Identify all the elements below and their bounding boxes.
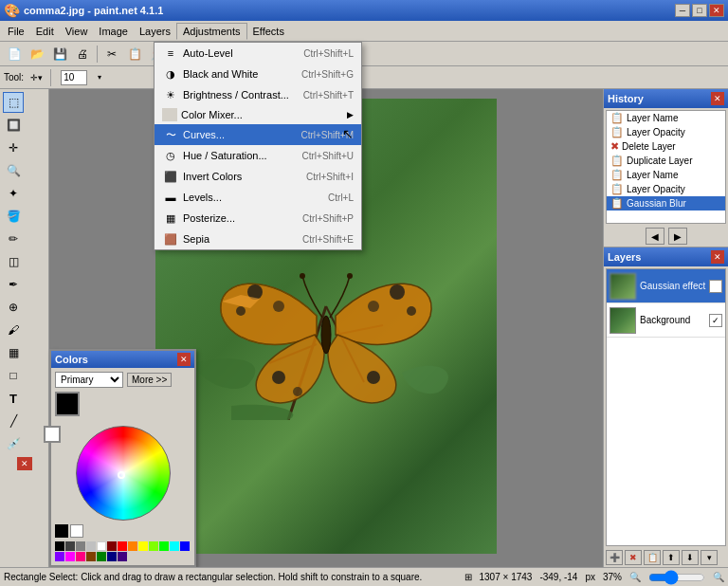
palette-brown[interactable] [86,552,96,561]
color-wheel[interactable] [76,426,171,521]
palette-indigo[interactable] [118,552,127,561]
palette-yellow[interactable] [138,541,148,551]
menu-auto-level[interactable]: ≡ Auto-Level Ctrl+Shift+L [155,43,361,64]
history-item[interactable]: ✖ Delete Layer [607,139,725,154]
save-button[interactable]: 💾 [49,44,70,64]
palette-green[interactable] [159,541,169,551]
palette-magenta[interactable] [65,552,75,561]
color-mode-select[interactable]: Primary Secondary [55,372,123,388]
shapes-tool[interactable]: □ [3,365,24,386]
menu-color-mixer[interactable]: Color Mixer... ▶ [155,105,361,124]
history-item[interactable]: 📋 Duplicate Layer [607,154,725,168]
print-button[interactable]: 🖨 [72,44,93,64]
add-layer-button[interactable]: ➕ [606,550,623,565]
size-input[interactable]: 10 [61,70,87,85]
delete-layer-button[interactable]: ✖ [625,550,642,565]
menu-layers[interactable]: Layers [134,24,176,39]
palette-darkred[interactable] [107,541,117,551]
history-close-button[interactable]: ✕ [711,92,724,105]
palette-red[interactable] [118,541,127,551]
mode-button[interactable]: ✛▾ [26,67,46,88]
select-rect-tool[interactable]: ⬚ [3,92,24,113]
history-item[interactable]: 📋 Layer Name [607,168,725,182]
zoom-out-icon[interactable]: 🔍 [629,572,641,582]
move-tool[interactable]: ✛ [3,137,24,158]
palette-white[interactable] [97,541,106,551]
move-layer-up-button[interactable]: ⬆ [663,550,680,565]
primary-color-swatch[interactable] [55,392,80,416]
palette-pink[interactable] [76,552,85,561]
menu-effects[interactable]: Effects [247,24,290,39]
pencil-tool[interactable]: ✒ [3,274,24,295]
recolor-tool[interactable]: 🖌 [3,320,24,340]
close-button[interactable]: ✕ [709,4,724,17]
menu-file[interactable]: File [2,24,30,39]
colors-close-button[interactable]: ✕ [177,353,191,366]
menu-view[interactable]: View [60,24,94,39]
eraser-tool[interactable]: ◫ [3,251,24,272]
move-layer-down-button[interactable]: ⬇ [682,550,699,565]
menu-black-white[interactable]: ◑ Black and White Ctrl+Shift+G [155,64,361,84]
menu-posterize[interactable]: ▦ Posterize... Ctrl+Shift+P [155,208,361,229]
history-item[interactable]: 📋 Layer Name [607,111,725,125]
select-lasso-tool[interactable]: 🔲 [3,115,24,136]
layers-list[interactable]: Gaussian effect ✓ Background ✓ [606,268,726,546]
text-tool[interactable]: T [3,388,24,409]
palette-dkgreen[interactable] [97,552,106,561]
open-button[interactable]: 📂 [27,44,47,64]
palette-dgray[interactable] [65,541,75,551]
paint-bucket-tool[interactable]: 🪣 [3,206,24,227]
layer-properties-button[interactable]: ▾ [701,550,718,565]
tools-close-button[interactable]: ✕ [17,457,32,470]
layer-item-gaussian[interactable]: Gaussian effect ✓ [607,269,725,303]
palette-cyan[interactable] [170,541,179,551]
new-button[interactable]: 📄 [4,44,25,64]
zoom-tool[interactable]: 🔍 [3,160,24,181]
layer-item-background[interactable]: Background ✓ [607,303,725,338]
palette-gray[interactable] [76,541,85,551]
palette-lgray[interactable] [86,541,96,551]
maximize-button[interactable]: □ [692,4,707,17]
menu-invert[interactable]: ⬛ Invert Colors Ctrl+Shift+I [155,166,361,187]
white-swatch[interactable] [70,524,83,538]
clone-tool[interactable]: ⊕ [3,297,24,318]
history-item-selected[interactable]: 📋 Gaussian Blur [607,196,725,211]
gradient-tool[interactable]: ▦ [3,342,24,363]
history-item[interactable]: 📋 Layer Opacity [607,182,725,196]
eyedropper-tool[interactable]: 💉 [3,433,24,454]
secondary-color-swatch[interactable] [44,426,61,443]
layer-visibility-background[interactable]: ✓ [709,314,722,327]
size-dropdown[interactable]: ▾ [89,67,110,88]
more-colors-button[interactable]: More >> [127,373,172,387]
menu-edit[interactable]: Edit [30,24,60,39]
menu-sepia[interactable]: 🟫 Sepia Ctrl+Shift+E [155,229,361,249]
history-redo-button[interactable]: ▶ [668,228,687,245]
brush-tool[interactable]: ✏ [3,229,24,249]
menu-curves[interactable]: 〜 Curves... Ctrl+Shift+M [155,124,361,145]
cut-button[interactable]: ✂ [101,44,122,64]
magic-wand-tool[interactable]: ✦ [3,183,24,204]
menu-adjustments[interactable]: Adjustments [176,23,247,40]
palette-lgreen[interactable] [149,541,158,551]
line-tool[interactable]: ╱ [3,411,24,431]
menu-hue-saturation[interactable]: ◷ Hue / Saturation... Ctrl+Shift+U [155,145,361,166]
history-undo-button[interactable]: ◀ [646,228,664,245]
history-list[interactable]: 📋 Layer Name 📋 Layer Opacity ✖ Delete La… [606,110,726,224]
palette-blue[interactable] [180,541,190,551]
palette-orange[interactable] [128,541,137,551]
palette-navy[interactable] [107,552,117,561]
history-item[interactable]: 📋 Layer Opacity [607,125,725,139]
palette-purple[interactable] [55,552,64,561]
black-swatch[interactable] [55,524,68,538]
menu-brightness-contrast[interactable]: ☀ Brightness / Contrast... Ctrl+Shift+T [155,84,361,105]
palette-black[interactable] [55,541,64,551]
copy-button[interactable]: 📋 [124,44,145,64]
zoom-in-icon[interactable]: 🔍 [713,572,724,582]
minimize-button[interactable]: ─ [675,4,690,17]
layer-visibility-gaussian[interactable]: ✓ [709,280,722,293]
zoom-slider[interactable] [648,572,705,583]
duplicate-layer-button[interactable]: 📋 [644,550,661,565]
layers-close-button[interactable]: ✕ [711,250,724,264]
menu-levels[interactable]: ▬ Levels... Ctrl+L [155,187,361,208]
menu-image[interactable]: Image [93,24,134,39]
